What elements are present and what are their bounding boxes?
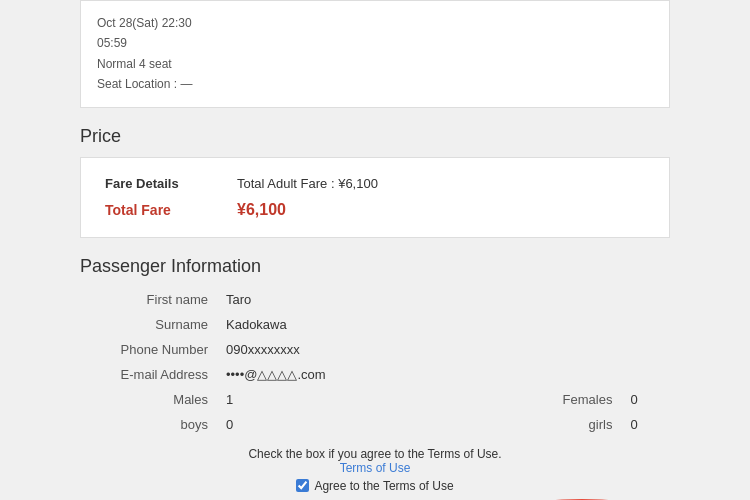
boys-girls-row: boys 0 girls 0 [80,412,670,437]
girls-label: girls [484,412,624,437]
passenger-section-title: Passenger Information [80,256,670,277]
main-content: Oct 28(Sat) 22:30 05:59 Normal 4 seat Se… [0,0,750,500]
boys-value: 0 [220,412,484,437]
passenger-table: First name Taro Surname Kadokawa Phone N… [80,287,670,437]
arrival-time: 05:59 [97,33,653,53]
price-card: Fare Details Total Adult Fare : ¥6,100 T… [80,157,670,238]
departure-date: Oct 28(Sat) 22:30 [97,13,653,33]
females-label: Females [484,387,624,412]
first-name-label: First name [80,287,220,312]
terms-check-text: Check the box if you agree to the Terms … [80,447,670,461]
trip-card: Oct 28(Sat) 22:30 05:59 Normal 4 seat Se… [80,0,670,108]
phone-label: Phone Number [80,337,220,362]
terms-checkbox[interactable] [296,479,309,492]
males-females-row: Males 1 Females 0 [80,387,670,412]
first-name-row: First name Taro [80,287,670,312]
terms-agree-row: Agree to the Terms of Use [80,479,670,493]
terms-section: Check the box if you agree to the Terms … [80,447,670,493]
females-value: 0 [624,387,670,412]
fare-details-value: Total Adult Fare : ¥6,100 [231,172,651,195]
seat-type: Normal 4 seat [97,54,653,74]
total-fare-label: Total Fare [99,197,229,223]
males-value: 1 [220,387,484,412]
total-fare-value: ¥6,100 [231,197,651,223]
boys-label: boys [80,412,220,437]
email-row: E-mail Address ••••@△△△△.com [80,362,670,387]
passenger-section: Passenger Information First name Taro Su… [80,256,670,437]
terms-link[interactable]: Terms of Use [340,461,411,475]
males-label: Males [80,387,220,412]
email-value: ••••@△△△△.com [220,362,484,387]
terms-agree-label: Agree to the Terms of Use [314,479,453,493]
girls-value: 0 [624,412,670,437]
price-section-title: Price [80,126,670,147]
first-name-value: Taro [220,287,484,312]
email-label: E-mail Address [80,362,220,387]
fare-details-label: Fare Details [99,172,229,195]
surname-row: Surname Kadokawa [80,312,670,337]
phone-row: Phone Number 090xxxxxxxx [80,337,670,362]
seat-location: Seat Location : — [97,74,653,94]
surname-label: Surname [80,312,220,337]
phone-value: 090xxxxxxxx [220,337,484,362]
surname-value: Kadokawa [220,312,484,337]
price-table: Fare Details Total Adult Fare : ¥6,100 T… [97,170,653,225]
